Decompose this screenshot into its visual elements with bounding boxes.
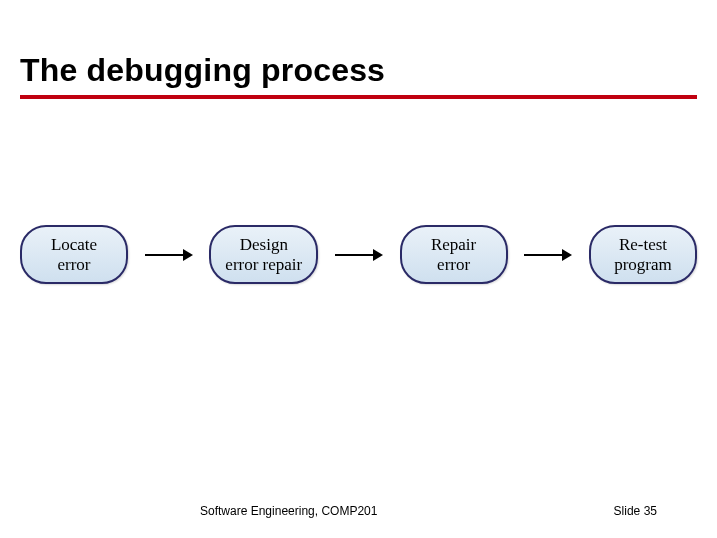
node-text-line: Repair bbox=[431, 235, 476, 254]
node-design-error-repair: Design error repair bbox=[209, 225, 318, 284]
arrow-icon bbox=[524, 247, 572, 263]
slide: The debugging process Locate error Desig… bbox=[0, 0, 717, 538]
footer-slide-label: Slide bbox=[614, 504, 641, 518]
node-locate-error: Locate error bbox=[20, 225, 128, 284]
node-text-line: Design bbox=[240, 235, 288, 254]
node-text-line: Re-test bbox=[619, 235, 667, 254]
node-text-line: Locate bbox=[51, 235, 97, 254]
svg-marker-1 bbox=[183, 249, 193, 261]
arrow-icon bbox=[145, 247, 193, 263]
node-text-line: error repair bbox=[225, 255, 302, 274]
node-text-line: program bbox=[614, 255, 672, 274]
slide-title: The debugging process bbox=[20, 52, 697, 89]
title-block: The debugging process bbox=[20, 52, 697, 99]
svg-marker-3 bbox=[373, 249, 383, 261]
node-retest-program: Re-test program bbox=[589, 225, 697, 284]
node-repair-error: Repair error bbox=[400, 225, 508, 284]
footer-slide-number: Slide 35 bbox=[614, 504, 657, 518]
node-text-line: error bbox=[437, 255, 470, 274]
footer-course: Software Engineering, COMP201 bbox=[200, 504, 377, 518]
process-diagram: Locate error Design error repair Repair … bbox=[20, 225, 697, 284]
svg-marker-5 bbox=[562, 249, 572, 261]
arrow-icon bbox=[335, 247, 383, 263]
node-text-line: error bbox=[57, 255, 90, 274]
footer-slide-num: 35 bbox=[644, 504, 657, 518]
footer: Software Engineering, COMP201 Slide 35 bbox=[0, 504, 717, 518]
